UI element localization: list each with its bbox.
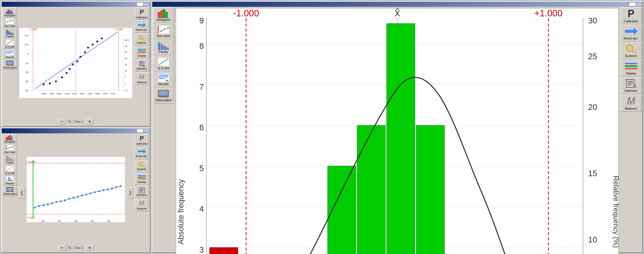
bottom-left-nav-observation[interactable]: Observation (3, 186, 17, 196)
definition-label-bl: Definition (136, 194, 147, 196)
svg-rect-180 (158, 43, 160, 50)
nav-observation-bl-label: Observation (3, 193, 17, 195)
top-left-resetdyn-btn[interactable]: Reset dyn. (134, 20, 149, 33)
right-explorer-btn[interactable]: Explorer (621, 42, 641, 59)
top-left-nav-qqplot[interactable]: Q-Q plot (3, 39, 17, 49)
bottom-left-calibration-btn[interactable]: P Calibration (134, 134, 149, 146)
svg-rect-175 (158, 25, 169, 34)
svg-text:.7500: .7500 (102, 92, 108, 95)
svg-text:99.9: 99.9 (125, 39, 129, 41)
top-left-chart-container: -1.000 +1.000 -4s -3s -2s -1s 0 +1s +2s … (19, 8, 132, 118)
right-nav: Histogram Run chart (152, 7, 175, 252)
bottom-left-minus-btn[interactable]: − (58, 245, 66, 251)
svg-point-8 (12, 20, 13, 21)
bottom-left-nav-pareto[interactable]: Pareto (3, 155, 17, 165)
svg-text:.9166: .9166 (41, 92, 46, 95)
svg-point-152 (116, 186, 117, 188)
top-left-calibration-btn[interactable]: P Calibration (134, 7, 149, 20)
top-left-display-btn[interactable]: Display (134, 46, 149, 59)
bottom-left-nav-runchart[interactable]: Run chart (3, 144, 17, 154)
svg-point-105 (10, 147, 11, 148)
bottom-left-measure-btn[interactable]: M Measure (134, 199, 149, 211)
top-left-measure-btn[interactable]: M Measure (134, 72, 149, 85)
nav-results-r-label: Results (158, 82, 169, 86)
top-left-minus-btn[interactable]: − (58, 119, 66, 124)
bottom-left-plus-btn[interactable]: + (86, 245, 94, 251)
svg-point-141 (68, 198, 70, 200)
top-left-explorer-btn[interactable]: Explorer (134, 33, 149, 46)
bottom-left-nav-histogram[interactable]: Histogram (3, 134, 17, 144)
calibration-label-r: Calibration (624, 19, 639, 23)
svg-point-68 (79, 56, 81, 58)
svg-rect-263 (625, 68, 637, 69)
svg-text:8: 8 (199, 41, 204, 50)
svg-point-106 (12, 147, 13, 147)
right-nav-observation[interactable]: Observation (153, 88, 174, 103)
chart-arrow-left[interactable]: ❮ (19, 187, 25, 198)
svg-rect-89 (138, 49, 146, 50)
svg-point-69 (84, 51, 86, 53)
svg-rect-181 (161, 44, 163, 50)
right-display-btn[interactable]: Display (621, 60, 641, 77)
right-nav-results[interactable]: Results (153, 72, 174, 87)
svg-text:X̄: X̄ (395, 9, 400, 18)
chart-arrow-right[interactable]: ❯ (127, 187, 133, 198)
top-left-nav-histogram[interactable]: Histogram (3, 7, 17, 17)
results-icon-r (158, 74, 169, 82)
bottom-left-nav-qqplot[interactable]: Q-Q plot (3, 165, 17, 175)
svg-text:1: 1 (125, 82, 126, 85)
right-nav-pareto[interactable]: Pareto (153, 39, 174, 55)
right-nav-histogram[interactable]: Histogram (153, 7, 174, 23)
top-left-definition-btn[interactable]: Definition (134, 59, 149, 72)
bottom-left-display-btn[interactable]: Display (134, 173, 149, 185)
right-definition-btn[interactable]: Definition (621, 77, 641, 94)
right-calibration-btn[interactable]: P Calibration (621, 7, 641, 24)
top-left-plus-btn[interactable]: + (86, 119, 94, 124)
bar-1 (209, 248, 238, 254)
right-units-input[interactable]: 1 (629, 2, 636, 6)
svg-rect-2 (9, 10, 11, 14)
nav-histogram-label: Histogram (4, 14, 16, 17)
bottom-left-units-input[interactable]: 1 (137, 129, 143, 133)
svg-point-63 (61, 76, 63, 78)
top-left-nav-pareto[interactable]: Pareto (3, 28, 17, 38)
top-left-nav-results[interactable]: Results (3, 49, 17, 59)
top-left-nav-runchart[interactable]: Run chart (3, 18, 17, 28)
svg-point-73 (101, 37, 103, 39)
display-icon-bl (137, 174, 146, 180)
svg-text:+1.000: +1.000 (27, 160, 35, 163)
right-nav-qqplot[interactable]: Q-Q plot (153, 56, 174, 71)
svg-text:5: 5 (125, 76, 126, 78)
svg-text:Relative frequency (%): Relative frequency (%) (612, 176, 620, 248)
bottom-left-nav-results[interactable]: Results (3, 176, 17, 186)
svg-point-72 (96, 41, 98, 43)
svg-rect-84 (138, 24, 143, 26)
svg-text:.5833: .5833 (95, 92, 100, 95)
svg-rect-192 (159, 75, 168, 76)
top-left-units-input[interactable]: 1 (137, 2, 143, 6)
nav-pareto-label: Pareto (6, 35, 14, 38)
svg-line-87 (142, 39, 145, 41)
bottom-left-definition-btn[interactable]: Definition (134, 186, 149, 198)
svg-rect-26 (7, 61, 13, 65)
svg-marker-257 (634, 27, 638, 35)
bottom-left-resetdyn-btn[interactable]: Reset dyn. (134, 147, 149, 159)
svg-rect-173 (165, 12, 167, 18)
resetdyn-icon-r (624, 26, 638, 36)
bottom-left-titlebar: 1 mm (2, 128, 150, 133)
svg-point-142 (73, 197, 74, 198)
svg-rect-183 (167, 48, 169, 50)
top-left-nav-observation[interactable]: Observation (3, 59, 17, 70)
svg-point-114 (9, 169, 10, 169)
svg-point-151 (111, 187, 113, 189)
resetdyn-label: Reset dyn. (136, 28, 148, 31)
right-nav-runchart[interactable]: Run chart (153, 23, 174, 39)
right-measure-btn[interactable]: M Measure (621, 95, 641, 112)
nav-histogram-bl-label: Histogram (4, 140, 16, 143)
svg-rect-198 (159, 91, 168, 96)
svg-rect-27 (9, 65, 11, 65)
bottom-left-explorer-btn[interactable]: Explorer (134, 160, 149, 172)
explorer-icon (137, 35, 146, 41)
definition-icon-r (624, 79, 638, 89)
right-resetdyn-btn[interactable]: Reset dyn. (621, 25, 641, 42)
